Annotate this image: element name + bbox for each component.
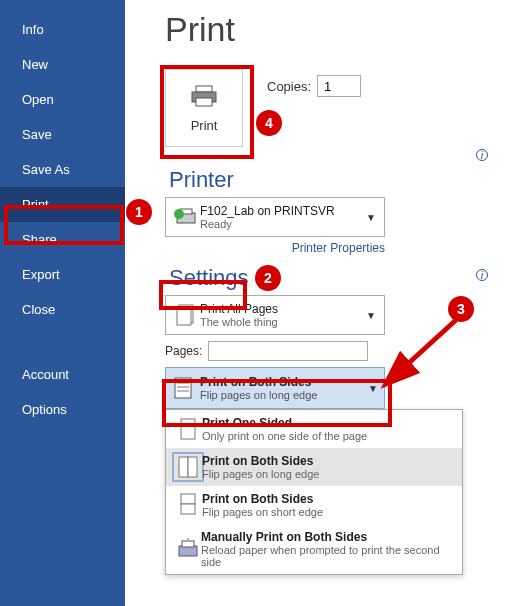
page-single-icon (174, 416, 202, 442)
svg-rect-13 (181, 504, 195, 514)
svg-rect-12 (181, 494, 195, 504)
sides-option-one-sided[interactable]: Print One Sided Only print on one side o… (166, 410, 462, 448)
svg-rect-15 (182, 541, 194, 547)
duplex-short-icon (174, 492, 202, 518)
opt0-line1: Print One Sided (202, 416, 367, 430)
pages-input[interactable] (208, 341, 368, 361)
copies-label: Copies: (267, 79, 311, 94)
sides-option-short-edge[interactable]: Print on Both Sides Flip pages on short … (166, 486, 462, 524)
sidebar-item-saveas[interactable]: Save As (0, 152, 125, 187)
opt2-line2: Flip pages on short edge (202, 506, 323, 518)
sidebar-item-print[interactable]: Print (0, 187, 125, 222)
svg-rect-9 (181, 419, 195, 439)
sides-selector[interactable]: Print on Both Sides Flip pages on long e… (165, 367, 385, 409)
duplex-manual-icon (174, 538, 201, 560)
sides-option-manual[interactable]: Manually Print on Both Sides Reload pape… (166, 524, 462, 574)
printer-selector[interactable]: F102_Lab on PRINTSVR Ready ▼ (165, 197, 385, 237)
settings-info-icon[interactable]: i (476, 269, 488, 281)
svg-rect-8 (175, 378, 191, 398)
printer-status: Ready (200, 218, 364, 230)
chevron-down-icon: ▼ (364, 310, 378, 321)
opt1-line1: Print on Both Sides (202, 454, 319, 468)
sides-dropdown-panel: Print One Sided Only print on one side o… (165, 409, 463, 575)
opt3-line1: Manually Print on Both Sides (201, 530, 454, 544)
print-button[interactable]: Print (165, 69, 243, 147)
sides-selected-line1: Print on Both Sides (200, 375, 368, 389)
copies-input[interactable] (317, 75, 361, 97)
opt1-line2: Flip pages on long edge (202, 468, 319, 480)
svg-point-3 (211, 94, 213, 96)
page-title: Print (165, 10, 518, 49)
svg-rect-0 (196, 86, 212, 92)
pages-label: Pages: (165, 344, 202, 358)
sidebar-item-open[interactable]: Open (0, 82, 125, 117)
status-ok-icon (174, 209, 184, 219)
sides-option-long-edge[interactable]: Print on Both Sides Flip pages on long e… (166, 448, 462, 486)
pages-icon (172, 303, 200, 327)
printer-name: F102_Lab on PRINTSVR (200, 204, 364, 218)
printer-info-icon[interactable]: i (476, 149, 488, 161)
sidebar-item-close[interactable]: Close (0, 292, 125, 327)
sidebar-item-account[interactable]: Account (0, 357, 125, 392)
opt3-line2: Reload paper when prompted to print the … (201, 544, 454, 568)
svg-rect-10 (179, 457, 188, 477)
duplex-icon (172, 375, 200, 401)
sidebar-item-export[interactable]: Export (0, 257, 125, 292)
print-button-label: Print (191, 118, 218, 133)
svg-rect-2 (196, 98, 212, 106)
pages-scope-selector[interactable]: Print All Pages The whole thing ▼ (165, 295, 385, 335)
backstage-sidebar: Info New Open Save Save As Print Share E… (0, 0, 125, 606)
settings-heading: Settings (165, 265, 253, 291)
opt2-line1: Print on Both Sides (202, 492, 323, 506)
sidebar-item-info[interactable]: Info (0, 12, 125, 47)
sidebar-item-share[interactable]: Share (0, 222, 125, 257)
opt0-line2: Only print on one side of the page (202, 430, 367, 442)
pages-scope-line1: Print All Pages (200, 302, 364, 316)
printer-properties-link[interactable]: Printer Properties (165, 241, 385, 255)
pages-scope-line2: The whole thing (200, 316, 364, 328)
chevron-down-icon: ▼ (364, 212, 378, 223)
printer-device-icon (172, 207, 200, 227)
sidebar-item-save[interactable]: Save (0, 117, 125, 152)
sidebar-item-options[interactable]: Options (0, 392, 125, 427)
svg-rect-11 (188, 457, 197, 477)
print-main: Print Print Copies: i Printer (125, 0, 518, 606)
printer-heading: Printer (165, 167, 238, 193)
sides-selected-line2: Flip pages on long edge (200, 389, 368, 401)
chevron-down-icon: ▼ (368, 383, 378, 394)
printer-icon (190, 84, 218, 108)
svg-rect-7 (177, 307, 191, 325)
sidebar-item-new[interactable]: New (0, 47, 125, 82)
duplex-long-icon (174, 454, 202, 480)
